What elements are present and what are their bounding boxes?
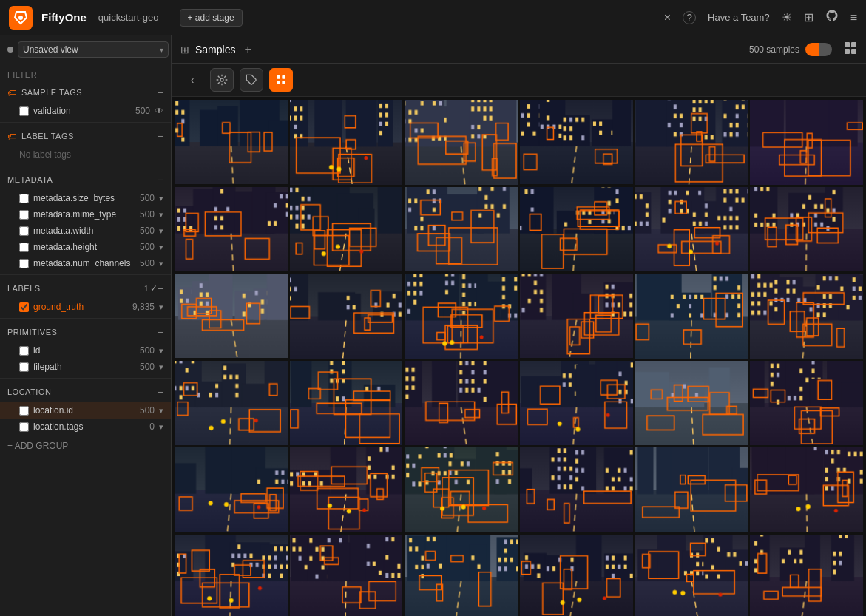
grid-cell[interactable] (405, 447, 518, 532)
metadata-section[interactable]: METADATA − (0, 169, 171, 190)
primitive-id: id 500 ▾ (0, 342, 171, 359)
grid-cell[interactable] (290, 447, 403, 532)
view-selector[interactable]: Unsaved view (18, 41, 169, 58)
grid-cell[interactable] (520, 274, 633, 358)
add-stage-button[interactable]: + add stage (180, 9, 243, 27)
grid-cell[interactable] (290, 535, 403, 617)
view-status-dot (7, 47, 13, 53)
svg-rect-3 (851, 42, 856, 47)
metadata-size-bytes-checkbox[interactable] (19, 194, 29, 203)
have-a-team-label[interactable]: Have a Team? (708, 12, 770, 23)
grid-cell[interactable] (175, 447, 288, 532)
grid-cell[interactable] (405, 187, 518, 272)
label-tags-collapse[interactable]: − (158, 130, 163, 142)
samples-toggle[interactable] (805, 43, 832, 56)
ground-truth-checkbox[interactable] (19, 302, 29, 312)
tag-button[interactable] (240, 68, 263, 92)
back-button[interactable]: ‹ (180, 68, 204, 92)
labels-collapse[interactable]: − (158, 282, 163, 294)
grid-cell[interactable] (175, 100, 288, 184)
ground-truth-item: ground_truth 9,835 ▾ (0, 299, 171, 315)
grid-cell[interactable] (520, 361, 633, 445)
grid-cell[interactable] (405, 535, 518, 617)
primitives-section[interactable]: PRIMITIVES − (0, 322, 171, 342)
svg-rect-9 (282, 75, 285, 79)
primitive-filepath-expand[interactable]: ▾ (159, 362, 163, 372)
grid-cell[interactable] (635, 187, 748, 272)
grid-cell[interactable] (175, 187, 288, 271)
sample-tags-section[interactable]: 🏷 SAMPLE TAGS − (0, 82, 171, 103)
grid-cell[interactable] (635, 274, 748, 359)
metadata-height-count: 500 (140, 242, 155, 252)
grid-cell[interactable] (175, 274, 288, 358)
svg-rect-11 (282, 81, 285, 84)
add-group-button[interactable]: + ADD GROUP (0, 435, 171, 457)
grid-cell[interactable] (405, 100, 518, 185)
grid-cell[interactable] (290, 187, 403, 272)
grid-cell[interactable] (520, 100, 633, 184)
grid-cell[interactable] (635, 447, 748, 532)
metadata-num-channels-checkbox[interactable] (19, 259, 29, 268)
grid-cell[interactable] (405, 361, 518, 446)
metadata-width-checkbox[interactable] (19, 226, 29, 236)
location-section[interactable]: LOCATION − (0, 382, 171, 402)
menu-icon[interactable]: ≡ (850, 11, 857, 24)
help-icon[interactable]: ? (683, 11, 696, 24)
labels-title: LABELS (7, 284, 141, 293)
sample-tag-validation-checkbox[interactable] (19, 106, 29, 116)
grid-cell[interactable] (405, 274, 518, 359)
settings-button[interactable] (210, 68, 234, 92)
grid-cell[interactable] (750, 187, 863, 272)
primitive-filepath-checkbox[interactable] (19, 362, 29, 372)
add-tab-button[interactable]: + (244, 43, 251, 56)
metadata-width-expand[interactable]: ▾ (159, 226, 163, 236)
grid-cell[interactable] (520, 187, 633, 271)
labels-section[interactable]: LABELS 1 ✓ − (0, 278, 171, 299)
grid-cell[interactable] (635, 535, 748, 617)
sample-tag-validation-eye[interactable]: 👁 (155, 106, 163, 116)
close-icon[interactable]: × (664, 11, 671, 24)
grid-cell[interactable] (520, 535, 633, 617)
location-id-checkbox[interactable] (19, 406, 29, 416)
svg-rect-10 (277, 81, 280, 84)
layout-button[interactable] (269, 68, 293, 92)
grid-cell[interactable] (290, 361, 403, 446)
location-collapse[interactable]: − (158, 386, 163, 398)
sample-tag-validation-count: 500 (135, 106, 150, 116)
grid-cell[interactable] (290, 274, 403, 359)
sun-icon[interactable]: ☀ (782, 10, 792, 24)
primitives-collapse[interactable]: − (158, 326, 163, 338)
grid-apps-icon[interactable]: ⊞ (804, 10, 813, 24)
grid-cell[interactable] (750, 447, 863, 532)
metadata-mime-type-expand[interactable]: ▾ (159, 210, 163, 220)
grid-layout-icon[interactable] (844, 41, 857, 57)
grid-cell[interactable] (175, 535, 288, 617)
grid-cell[interactable] (750, 361, 863, 446)
primitive-id-checkbox[interactable] (19, 346, 29, 356)
grid-cell[interactable] (750, 100, 863, 185)
github-icon[interactable] (825, 9, 839, 26)
location-tags-checkbox[interactable] (19, 422, 29, 432)
grid-cell[interactable] (750, 274, 863, 359)
metadata-collapse[interactable]: − (158, 174, 163, 186)
metadata-height-checkbox[interactable] (19, 243, 29, 252)
label-tags-section[interactable]: 🏷 LABEL TAGS − (0, 126, 171, 146)
metadata-num-channels-expand[interactable]: ▾ (159, 259, 163, 268)
grid-cell[interactable] (635, 361, 748, 446)
sample-tags-collapse[interactable]: − (158, 87, 163, 98)
grid-cell[interactable] (290, 100, 403, 185)
metadata-mime-type-checkbox[interactable] (19, 210, 29, 220)
primitive-id-expand[interactable]: ▾ (159, 346, 163, 356)
ground-truth-expand[interactable]: ▾ (159, 302, 163, 312)
svg-rect-4 (845, 49, 850, 54)
svg-rect-2 (845, 42, 850, 47)
grid-cell[interactable] (635, 100, 748, 185)
metadata-height-expand[interactable]: ▾ (159, 243, 163, 252)
primitive-filepath-count: 500 (140, 362, 155, 372)
location-id-expand[interactable]: ▾ (159, 406, 163, 416)
grid-cell[interactable] (175, 361, 288, 445)
location-tags-expand[interactable]: ▾ (159, 422, 163, 432)
metadata-size-bytes-expand[interactable]: ▾ (159, 194, 163, 203)
grid-cell[interactable] (750, 535, 863, 617)
grid-cell[interactable] (520, 447, 633, 532)
